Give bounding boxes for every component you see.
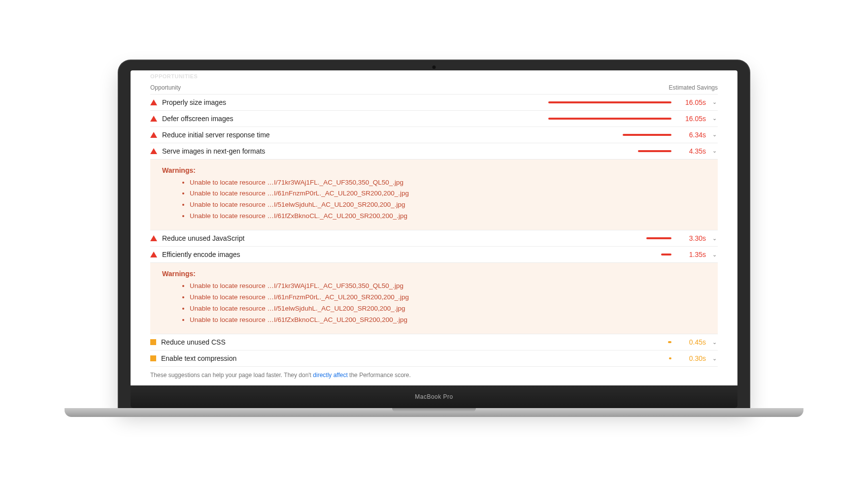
savings-bar-fill: [668, 341, 671, 343]
savings-bar: [548, 150, 671, 152]
warnings-list: Unable to locate resource …I/71kr3WAj1FL…: [162, 177, 706, 223]
opportunity-label: Defer offscreen images: [162, 115, 543, 123]
footer-link[interactable]: directly affect: [313, 372, 347, 379]
opportunity-row[interactable]: Reduce initial server response time6.34s…: [150, 127, 718, 143]
opportunity-label: Enable text compression: [161, 354, 543, 362]
warnings-list-item: Unable to locate resource …I/61nFnzmP0rL…: [190, 292, 706, 303]
warning-triangle-icon: [150, 99, 157, 105]
laptop-mockup: OPPORTUNITIES Opportunity Estimated Savi…: [119, 61, 749, 417]
savings-bar-fill: [623, 134, 671, 136]
savings-bar-fill: [548, 118, 671, 120]
opportunity-label: Reduce initial server response time: [162, 131, 543, 139]
warnings-list-item: Unable to locate resource …I/51elwSjduhL…: [190, 303, 706, 315]
warnings-list-item: Unable to locate resource …I/61fZxBknoCL…: [190, 211, 706, 222]
opportunity-label: Reduce unused JavaScript: [162, 234, 543, 242]
savings-bar-fill: [661, 254, 671, 255]
col-opportunity-label: Opportunity: [150, 84, 181, 91]
chevron-down-icon[interactable]: ⌄: [711, 235, 718, 242]
warnings-list-item: Unable to locate resource …I/71kr3WAj1FL…: [190, 281, 706, 292]
savings-bar-fill: [646, 237, 671, 239]
chevron-down-icon[interactable]: ⌄: [711, 252, 718, 258]
savings-bar: [548, 254, 671, 255]
warning-triangle-icon: [150, 132, 157, 138]
savings-bar-fill: [638, 150, 671, 152]
opportunity-row[interactable]: Serve images in next-gen formats4.35s⌄: [150, 143, 718, 159]
footer-note: These suggestions can help your page loa…: [150, 367, 718, 383]
warnings-list-item: Unable to locate resource …I/61nFnzmP0rL…: [190, 188, 706, 199]
savings-value: 0.45s: [676, 338, 706, 346]
table-header: Opportunity Estimated Savings: [150, 81, 718, 95]
col-savings-label: Estimated Savings: [669, 84, 718, 91]
chevron-down-icon[interactable]: ⌄: [711, 115, 718, 122]
warning-triangle-icon: [150, 148, 157, 154]
savings-bar: [548, 357, 671, 359]
warnings-list-item: Unable to locate resource …I/51elwSjduhL…: [190, 199, 706, 211]
warning-triangle-icon: [150, 252, 157, 257]
opportunity-row[interactable]: Defer offscreen images16.05s⌄: [150, 111, 718, 127]
savings-value: 4.35s: [676, 147, 706, 155]
laptop-frame: OPPORTUNITIES Opportunity Estimated Savi…: [119, 61, 749, 408]
opportunity-label: Serve images in next-gen formats: [162, 147, 543, 155]
warnings-box: Warnings:Unable to locate resource …I/71…: [150, 263, 718, 334]
opportunity-row[interactable]: Reduce unused JavaScript3.30s⌄: [150, 230, 718, 247]
savings-value: 0.30s: [676, 354, 706, 362]
opportunity-rows: Properly size images16.05s⌄Defer offscre…: [150, 95, 718, 367]
savings-value: 16.05s: [676, 98, 706, 106]
opportunities-report: OPPORTUNITIES Opportunity Estimated Savi…: [131, 70, 737, 384]
warning-square-icon: [150, 339, 156, 345]
opportunity-row[interactable]: Efficiently encode images1.35s⌄: [150, 247, 718, 263]
laptop-camera: [433, 65, 436, 69]
savings-bar: [548, 134, 671, 136]
chevron-down-icon[interactable]: ⌄: [711, 99, 718, 105]
laptop-screen: OPPORTUNITIES Opportunity Estimated Savi…: [131, 70, 737, 385]
savings-value: 3.30s: [676, 234, 706, 242]
warning-square-icon: [150, 355, 156, 361]
warnings-list-item: Unable to locate resource …I/71kr3WAj1FL…: [190, 177, 706, 189]
chevron-down-icon[interactable]: ⌄: [711, 355, 718, 362]
savings-bar-fill: [669, 357, 671, 359]
warning-triangle-icon: [150, 116, 157, 122]
savings-bar: [548, 237, 671, 239]
opportunity-row[interactable]: Enable text compression0.30s⌄: [150, 350, 718, 367]
warnings-box: Warnings:Unable to locate resource …I/71…: [150, 159, 718, 231]
opportunity-row[interactable]: Properly size images16.05s⌄: [150, 95, 718, 111]
opportunity-label: Efficiently encode images: [162, 251, 543, 258]
warnings-list-item: Unable to locate resource …I/61fZxBknoCL…: [190, 315, 706, 326]
chevron-down-icon[interactable]: ⌄: [711, 339, 718, 346]
opportunity-row[interactable]: Reduce unused CSS0.45s⌄: [150, 334, 718, 350]
savings-bar: [548, 341, 671, 343]
section-title: OPPORTUNITIES: [150, 70, 718, 81]
opportunity-label: Reduce unused CSS: [161, 338, 543, 346]
savings-value: 6.34s: [676, 131, 706, 139]
warnings-list: Unable to locate resource …I/71kr3WAj1FL…: [162, 281, 706, 326]
warnings-title: Warnings:: [162, 166, 706, 174]
savings-value: 16.05s: [676, 115, 706, 123]
footer-prefix: These suggestions can help your page loa…: [150, 372, 313, 379]
chevron-down-icon[interactable]: ⌄: [711, 148, 718, 154]
footer-suffix: the Performance score.: [348, 372, 411, 379]
savings-bar: [548, 101, 671, 103]
opportunity-label: Properly size images: [162, 98, 543, 106]
savings-value: 1.35s: [676, 251, 706, 258]
laptop-chin: MacBook Pro: [131, 385, 737, 408]
laptop-base: [65, 408, 803, 417]
laptop-label: MacBook Pro: [415, 393, 453, 400]
warning-triangle-icon: [150, 235, 157, 241]
chevron-down-icon[interactable]: ⌄: [711, 131, 718, 138]
warnings-title: Warnings:: [162, 270, 706, 278]
savings-bar: [548, 118, 671, 120]
savings-bar-fill: [548, 101, 671, 103]
